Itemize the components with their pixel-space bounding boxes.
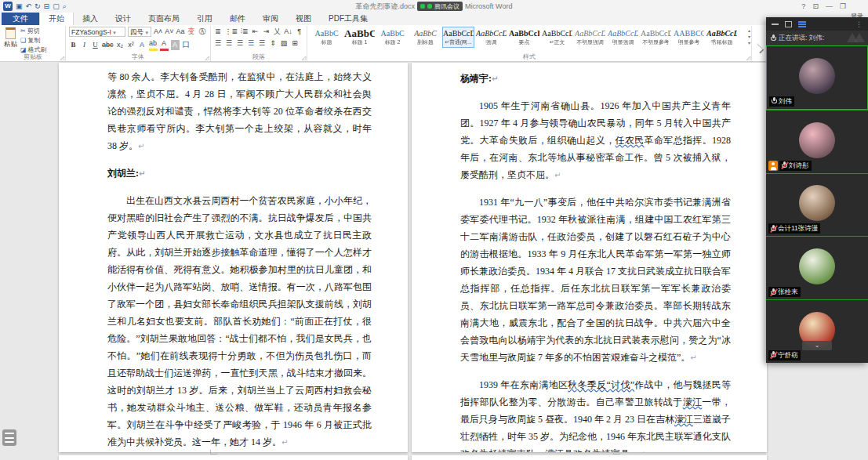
font-name-combo[interactable]: FZYaSongS-I ▾ bbox=[69, 27, 125, 37]
document-page-2[interactable]: 杨靖宇:↵1905 年生于河南省确山县。1926 年加入中国共产主义青年团。19… bbox=[412, 63, 767, 452]
grow-font-icon[interactable]: A˄ bbox=[154, 27, 162, 37]
style-chip-8[interactable]: AaBbCcD不明显强调 bbox=[574, 27, 606, 48]
copy-button[interactable]: ❏复制 bbox=[20, 36, 47, 45]
document-page-1[interactable]: 等 80 余人。李大钊备受酷刑，在监狱中，在法庭上，始终大义凛然，坚贞不屈。4 … bbox=[59, 63, 408, 452]
new-document-icon[interactable]: ▢ bbox=[53, 2, 60, 11]
styles-up-icon[interactable]: ▴ bbox=[748, 27, 750, 33]
borders-icon[interactable]: ⊞ bbox=[291, 38, 300, 49]
justify-icon[interactable]: ☰ bbox=[247, 38, 256, 49]
styles-down-icon[interactable]: ▾ bbox=[748, 34, 750, 39]
participant-tile[interactable]: 张栓来 bbox=[766, 236, 868, 299]
subscript-icon[interactable]: x₂ bbox=[116, 40, 125, 50]
tab-9[interactable]: PDF工具集 bbox=[320, 12, 376, 25]
expand-participants-button[interactable]: ⌄ bbox=[802, 341, 832, 350]
style-chip-3[interactable]: AaBbC副标题 bbox=[409, 27, 441, 48]
shading-icon[interactable]: ▨ bbox=[280, 38, 289, 49]
minimize-button[interactable]: — bbox=[826, 2, 833, 10]
underline-icon[interactable]: U bbox=[91, 40, 100, 50]
numbering-icon[interactable]: ⋮≣ bbox=[225, 27, 238, 37]
style-chip-7[interactable]: AaBbCcDd↵正文 bbox=[541, 27, 573, 48]
tab-3[interactable]: 设计 bbox=[107, 12, 140, 25]
font-size-combo[interactable]: 四号 ▾ bbox=[128, 27, 151, 37]
participant-tile[interactable]: 刘诗彤 bbox=[766, 110, 868, 173]
meeting-pill-label: 腾讯会议 bbox=[434, 2, 459, 11]
superscript-icon[interactable]: x² bbox=[127, 40, 136, 50]
bold-icon[interactable]: B bbox=[69, 40, 78, 50]
align-left-icon[interactable]: ☰ bbox=[214, 38, 223, 49]
clipboard-dialog-launcher[interactable]: ◿ bbox=[60, 55, 64, 61]
styles-more-icon[interactable]: ▾ bbox=[748, 40, 750, 45]
character-border-icon[interactable]: Ⓐ bbox=[198, 27, 207, 37]
font-row1-icons: A˄A˅Aa变Ⓐ bbox=[154, 27, 207, 37]
tab-7[interactable]: 审阅 bbox=[254, 12, 287, 25]
show-marks-icon[interactable]: ¶ bbox=[295, 27, 303, 37]
tencent-meeting-pill[interactable]: 腾讯会议 bbox=[417, 2, 463, 11]
change-case-icon[interactable]: Aa bbox=[176, 27, 185, 37]
participant-tile[interactable]: 刘伟 bbox=[766, 45, 868, 110]
style-name: 标题 1 bbox=[346, 38, 374, 45]
distribute-icon[interactable]: ☰ bbox=[258, 38, 267, 49]
participant-label-row: 张栓来 bbox=[768, 287, 801, 297]
paste-button[interactable]: 粘贴 bbox=[4, 27, 17, 54]
participant-tile[interactable]: 会计11张诗漫 bbox=[766, 173, 868, 237]
char-shading-icon[interactable]: A bbox=[171, 40, 180, 50]
paragraph-group-label: 段落 bbox=[211, 53, 307, 61]
paste-icon bbox=[5, 27, 16, 39]
style-chip-10[interactable]: AaBbCcD不明显参考 bbox=[640, 27, 672, 48]
font-dialog-launcher[interactable]: ◿ bbox=[205, 55, 209, 61]
text-effects-icon[interactable]: A bbox=[138, 40, 147, 50]
cut-button[interactable]: ✂剪切 bbox=[20, 27, 47, 35]
tab-5[interactable]: 引用 bbox=[188, 12, 221, 25]
style-chip-6[interactable]: AaBbCcD要点 bbox=[508, 27, 540, 48]
increase-indent-icon[interactable]: ⇥ bbox=[262, 27, 271, 37]
restore-button[interactable]: ❐ bbox=[840, 2, 846, 10]
tab-file[interactable]: 文件 bbox=[2, 12, 39, 25]
styles-dialog-launcher[interactable]: ◿ bbox=[746, 55, 750, 61]
help-button[interactable]: ? bbox=[801, 2, 805, 10]
meeting-more-icon[interactable]: ⋮ bbox=[855, 20, 863, 28]
tab-6[interactable]: 邮件 bbox=[221, 12, 254, 25]
shrink-font-icon[interactable]: A˅ bbox=[165, 27, 173, 37]
find-icon[interactable]: ⌕ bbox=[63, 2, 67, 11]
phonetic-guide-icon[interactable]: 变 bbox=[187, 27, 196, 37]
strikethrough-icon[interactable]: abc bbox=[102, 40, 114, 50]
participant-name: 刘诗彤 bbox=[789, 161, 809, 170]
style-chip-11[interactable]: AABBCCI明显参考 bbox=[673, 27, 705, 48]
meeting-layout-icon[interactable] bbox=[785, 21, 792, 27]
style-chip-2[interactable]: AaBbC标题 2 bbox=[376, 27, 409, 48]
asian-layout-icon[interactable]: 乂 bbox=[273, 27, 281, 37]
tab-8[interactable]: 视图 bbox=[287, 12, 320, 25]
font-color-icon[interactable]: A bbox=[160, 38, 169, 51]
multilevel-list-icon[interactable]: ⫶≣ bbox=[240, 27, 249, 37]
style-chip-12[interactable]: AaBbCcD书籍标题 bbox=[706, 27, 738, 48]
style-chip-9[interactable]: AaBbCcD明显强调 bbox=[607, 27, 639, 48]
align-center-icon[interactable]: ☰ bbox=[225, 38, 234, 49]
mic-muted-icon bbox=[782, 161, 786, 169]
word-logo-icon[interactable]: W bbox=[3, 2, 13, 11]
meeting-list-view-icon[interactable] bbox=[798, 21, 806, 27]
highlight-icon[interactable]: ab bbox=[149, 38, 158, 51]
align-right-icon[interactable]: ☰ bbox=[236, 38, 245, 49]
paragraph-dialog-launcher[interactable]: ◿ bbox=[302, 55, 306, 61]
tab-1[interactable]: 开始 bbox=[39, 11, 74, 25]
redo-icon[interactable]: ↻ bbox=[35, 2, 41, 11]
enclose-characters-icon[interactable]: 囗 bbox=[182, 40, 191, 50]
style-chip-1[interactable]: AaBbC标题 1 bbox=[343, 27, 376, 48]
style-chip-0[interactable]: AaBbC标题 bbox=[311, 27, 343, 48]
meeting-minimize-icon[interactable] bbox=[772, 24, 779, 25]
style-chip-4[interactable]: AaBbCcD↵普通(网... bbox=[442, 27, 474, 48]
decrease-indent-icon[interactable]: ⇤ bbox=[251, 27, 260, 37]
participant-tile[interactable]: 宁舒窈⌄ bbox=[766, 299, 868, 363]
tab-2[interactable]: 插入 bbox=[74, 12, 107, 25]
floating-list-widget[interactable] bbox=[2, 429, 16, 446]
line-spacing-icon[interactable]: ⇕ bbox=[269, 38, 278, 49]
ribbon-display-options-button[interactable]: ⊡ bbox=[812, 2, 819, 10]
italic-icon[interactable]: I bbox=[80, 40, 89, 50]
tab-4[interactable]: 页面布局 bbox=[140, 12, 188, 25]
print-icon[interactable]: ⊟ bbox=[44, 2, 50, 11]
sort-icon[interactable]: A↓ bbox=[284, 27, 292, 37]
undo-icon[interactable]: ↶ bbox=[26, 2, 32, 11]
save-icon[interactable]: ▣ bbox=[16, 2, 23, 11]
style-chip-5[interactable]: AaBbCcD强调 bbox=[475, 27, 507, 48]
bullets-icon[interactable]: ≣ bbox=[214, 27, 223, 37]
